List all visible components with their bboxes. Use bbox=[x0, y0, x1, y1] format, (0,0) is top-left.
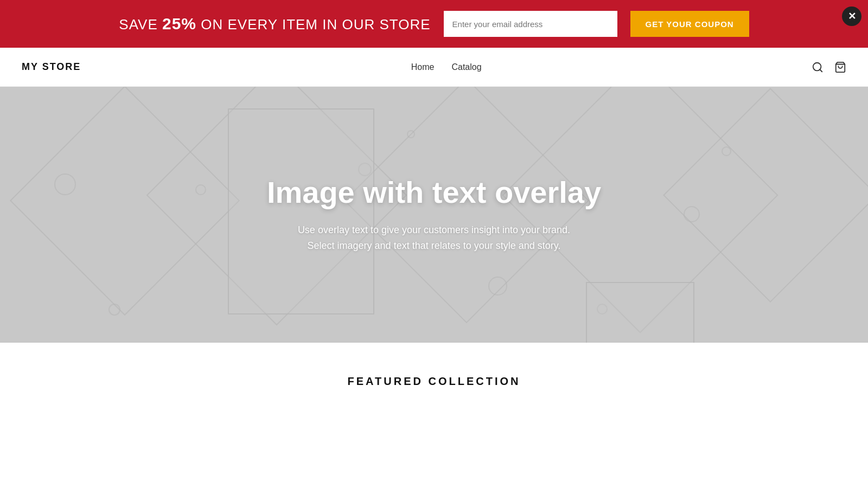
bg-circle-5 bbox=[684, 206, 700, 222]
nav-home[interactable]: Home bbox=[411, 62, 435, 72]
hero-title: Image with text overlay bbox=[267, 176, 601, 209]
hero-subtitle: Use overlay text to give your customers … bbox=[267, 222, 601, 254]
search-icon[interactable] bbox=[812, 61, 824, 73]
bg-circle-8 bbox=[488, 277, 507, 296]
promo-discount: 25% bbox=[162, 15, 196, 33]
site-header: MY STORE Home Catalog bbox=[0, 48, 868, 87]
promo-banner: SAVE 25% ON EVERY ITEM IN OUR STORE GET … bbox=[0, 0, 868, 48]
cart-icon[interactable] bbox=[834, 61, 846, 73]
hero-content: Image with text overlay Use overlay text… bbox=[245, 176, 623, 253]
close-banner-button[interactable]: ✕ bbox=[842, 7, 861, 26]
promo-text: SAVE 25% ON EVERY ITEM IN OUR STORE bbox=[119, 15, 430, 33]
nav-catalog[interactable]: Catalog bbox=[451, 62, 481, 72]
bg-image-rect-2 bbox=[586, 282, 694, 343]
header-icons bbox=[812, 61, 846, 73]
hero-section: Image with text overlay Use overlay text… bbox=[0, 87, 868, 343]
site-logo[interactable]: MY STORE bbox=[22, 61, 81, 73]
bg-circle-1 bbox=[54, 174, 76, 195]
bg-circle-7 bbox=[108, 304, 120, 316]
promo-suffix: ON EVERY ITEM IN OUR STORE bbox=[196, 16, 431, 33]
bg-circle-4 bbox=[407, 130, 415, 138]
email-input[interactable] bbox=[444, 11, 617, 37]
featured-title: FEATURED COLLECTION bbox=[22, 375, 846, 388]
featured-section: FEATURED COLLECTION bbox=[0, 343, 868, 409]
hero-subtitle-line1: Use overlay text to give your customers … bbox=[298, 224, 570, 235]
hero-subtitle-line2: Select imagery and text that relates to … bbox=[308, 240, 561, 251]
close-icon: ✕ bbox=[848, 11, 856, 21]
coupon-button[interactable]: GET YOUR COUPON bbox=[630, 11, 749, 37]
bg-circle-2 bbox=[195, 184, 206, 195]
main-nav: Home Catalog bbox=[81, 62, 812, 72]
svg-line-1 bbox=[820, 69, 822, 72]
bg-circle-6 bbox=[722, 146, 731, 156]
